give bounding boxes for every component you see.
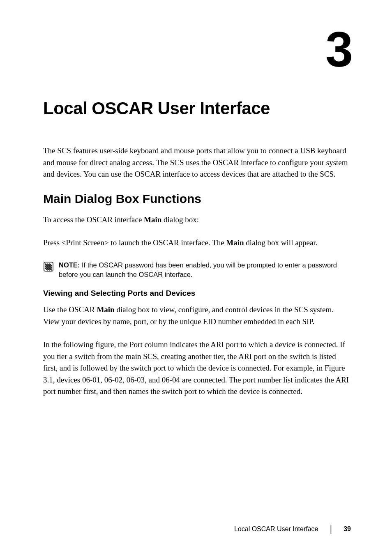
section1-para2: Press <Print Screen> to launch the OSCAR… — [43, 237, 351, 249]
page-footer: Local OSCAR User Interface | 39 — [234, 524, 351, 534]
section1-para2-bold: Main — [226, 238, 244, 247]
section-heading-main-dialog: Main Dialog Box Functions — [43, 192, 351, 206]
note-container: NOTE: If the OSCAR password has been ena… — [43, 260, 351, 280]
intro-paragraph: The SCS features user-side keyboard and … — [43, 145, 351, 180]
chapter-number: 3 — [43, 25, 351, 74]
chapter-title: Local OSCAR User Interface — [43, 99, 351, 118]
footer-title: Local OSCAR User Interface — [234, 525, 318, 533]
footer-divider: | — [330, 524, 332, 534]
footer-page-number: 39 — [344, 525, 351, 533]
subsection-para1: Use the OSCAR Main dialog box to view, c… — [43, 304, 351, 327]
subsection-para1-before: Use the OSCAR — [43, 305, 97, 314]
section1-para1: To access the OSCAR interface Main dialo… — [43, 214, 351, 226]
section1-para1-before: To access the OSCAR interface — [43, 215, 144, 224]
note-icon — [43, 261, 54, 272]
note-text: NOTE: If the OSCAR password has been ena… — [59, 260, 351, 280]
note-body: If the OSCAR password has been enabled, … — [59, 261, 337, 279]
note-label: NOTE: — [59, 261, 80, 269]
section1-para2-after: dialog box will appear. — [244, 238, 318, 247]
subsection-heading-viewing: Viewing and Selecting Ports and Devices — [43, 289, 351, 298]
subsection-para2: In the following figure, the Port column… — [43, 339, 351, 398]
section1-para1-bold: Main — [144, 215, 161, 224]
section1-para1-after: dialog box: — [161, 215, 199, 224]
section1-para2-before: Press <Print Screen> to launch the OSCAR… — [43, 238, 226, 247]
subsection-para1-bold: Main — [97, 305, 114, 314]
